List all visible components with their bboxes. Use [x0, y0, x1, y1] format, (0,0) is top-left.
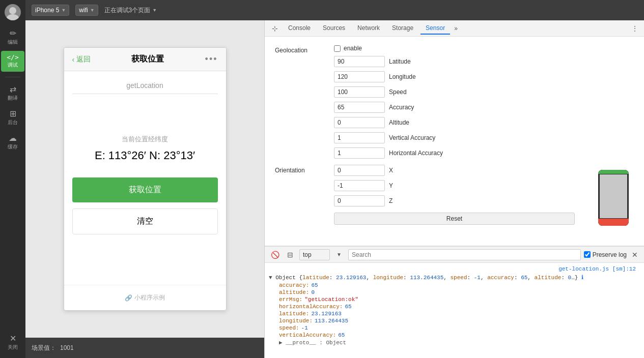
- altitude-input[interactable]: [334, 117, 385, 128]
- enable-checkbox[interactable]: [334, 45, 341, 52]
- sidebar-item-close[interactable]: ✕ 关闭: [1, 332, 24, 354]
- accuracy-input[interactable]: [334, 102, 385, 113]
- debug-status: 正在调试3个页面 ▼: [104, 6, 157, 15]
- top-filter-arrow[interactable]: ▼: [333, 249, 345, 261]
- backend-icon: ⊞: [10, 110, 16, 118]
- status-arrow-icon: ▼: [152, 8, 157, 13]
- more-tabs-icon[interactable]: »: [452, 25, 460, 32]
- phone-content: getLocation 当前位置经纬度 E: 113°26′ N: 23°13′…: [64, 71, 226, 275]
- console-area: 🚫 ⊟ top ▼ Preserve log ✕ get-location.js…: [265, 246, 644, 358]
- get-location-api-label: getLocation: [72, 81, 218, 94]
- link-icon: 🔗: [125, 294, 132, 302]
- phone-more-button[interactable]: •••: [205, 54, 218, 65]
- coords-display: E: 113°26′ N: 23°13′: [72, 149, 218, 162]
- preserve-log-checkbox[interactable]: [584, 251, 591, 258]
- sidebar-item-translate[interactable]: ⇄ 翻译: [1, 82, 24, 105]
- latitude-input[interactable]: [334, 56, 385, 67]
- scene-value: 1001: [60, 344, 74, 351]
- console-clear-icon-button[interactable]: 🚫: [269, 249, 281, 261]
- vertical-accuracy-row: Vertical Accuracy: [334, 132, 634, 143]
- console-field-latitude: latitude: 23.129163: [269, 310, 640, 317]
- content-area: ‹ 返回 获取位置 ••• getLocation 当前位置经纬度 E: 113…: [25, 20, 644, 358]
- tab-storage[interactable]: Storage: [387, 22, 418, 35]
- console-field-horizontalAccuracy: horizontalAccuracy: 65: [269, 303, 640, 310]
- console-content: get-location.js [sm]:12 ▼ Object {latitu…: [265, 263, 644, 358]
- object-preview: Object {latitude: 23.129163, longitude: …: [275, 275, 581, 281]
- phone-container: ‹ 返回 获取位置 ••• getLocation 当前位置经纬度 E: 113…: [25, 20, 264, 338]
- console-close-button[interactable]: ✕: [630, 251, 640, 259]
- phone-frame: ‹ 返回 获取位置 ••• getLocation 当前位置经纬度 E: 113…: [64, 47, 227, 311]
- inspect-icon-button[interactable]: ⊹: [269, 22, 281, 35]
- devtools-settings-icon[interactable]: ⋮: [630, 25, 640, 32]
- console-field-speed: speed: -1: [269, 324, 640, 332]
- sidebar-item-debug[interactable]: </> 调试: [1, 51, 24, 72]
- scene-label: 场景值：: [32, 344, 56, 352]
- svg-point-0: [9, 7, 16, 14]
- geolocation-fields: enable Latitude Longitude Speed: [334, 45, 634, 159]
- tab-console[interactable]: Console: [283, 22, 316, 35]
- object-expand-icon[interactable]: ▼: [269, 275, 272, 281]
- phone-header: ‹ 返回 获取位置 •••: [64, 48, 226, 71]
- sidebar-item-translate-label: 翻译: [8, 95, 18, 102]
- phone-orientation-visual: [593, 165, 634, 231]
- network-arrow-icon: ▼: [90, 8, 95, 13]
- sidebar-item-backend[interactable]: ⊞ 后台: [1, 107, 24, 129]
- svg-point-1: [7, 14, 19, 20]
- horizontal-accuracy-unit: Horizontal Accuracy: [389, 150, 443, 157]
- speed-input[interactable]: [334, 86, 385, 98]
- coords-label: 当前位置经纬度: [72, 135, 218, 144]
- geolocation-section: Geolocation enable Latitude Longitude: [275, 45, 634, 159]
- reset-button[interactable]: Reset: [334, 213, 575, 225]
- tab-sources[interactable]: Sources: [318, 22, 350, 35]
- altitude-unit: Altitude: [389, 119, 409, 126]
- y-input[interactable]: [334, 180, 385, 191]
- console-field-accuracy: accuracy: 65: [269, 282, 640, 289]
- clear-button[interactable]: 清空: [72, 208, 218, 234]
- y-row: Y: [334, 180, 575, 191]
- close-sidebar-icon: ✕: [10, 335, 16, 343]
- console-proto-row[interactable]: ▶ __proto__ : Object: [269, 339, 640, 346]
- x-input[interactable]: [334, 165, 385, 176]
- orientation-label: Orientation: [275, 165, 326, 174]
- file-reference[interactable]: get-location.js [sm]:12: [269, 265, 640, 273]
- mini-program-example-link[interactable]: 🔗 小程序示例: [72, 293, 218, 302]
- proto-value: : Object: [319, 340, 346, 346]
- vertical-accuracy-input[interactable]: [334, 132, 385, 143]
- phone-back-button[interactable]: ‹ 返回: [72, 55, 91, 64]
- latitude-row: Latitude: [334, 56, 634, 67]
- sidebar-item-edit[interactable]: ✏ 编辑: [1, 26, 24, 49]
- z-input[interactable]: [334, 195, 385, 206]
- console-filter-icon-button[interactable]: ⊟: [284, 249, 296, 261]
- speed-unit: Speed: [389, 88, 407, 96]
- cache-icon: ☁: [9, 134, 17, 142]
- phone-3d-model: [598, 170, 629, 226]
- phone-footer: 🔗 小程序示例: [64, 285, 226, 310]
- top-filter-display: top: [299, 249, 330, 260]
- network-select[interactable]: wifi ▼: [75, 5, 98, 16]
- horizontal-accuracy-input[interactable]: [334, 147, 385, 159]
- longitude-input[interactable]: [334, 71, 385, 82]
- tab-network[interactable]: Network: [352, 22, 385, 35]
- tab-sensor[interactable]: Sensor: [421, 22, 450, 35]
- device-select[interactable]: iPhone 5 ▼: [32, 5, 69, 16]
- debug-icon: </>: [7, 54, 18, 61]
- mini-program-label: 小程序示例: [134, 293, 165, 302]
- sidebar: ✏ 编辑 </> 调试 ⇄ 翻译 ⊞ 后台 ☁ 缓存 ✕ 关闭: [0, 0, 25, 358]
- console-fields: accuracy: 65altitude: 0errMsg: "getLocat…: [269, 282, 640, 339]
- sidebar-item-edit-label: 编辑: [8, 39, 18, 46]
- sidebar-item-debug-label: 调试: [8, 62, 18, 69]
- phone-area: ‹ 返回 获取位置 ••• getLocation 当前位置经纬度 E: 113…: [25, 20, 265, 358]
- bottom-bar: 场景值： 1001: [25, 338, 264, 358]
- sidebar-item-cache[interactable]: ☁ 缓存: [1, 131, 24, 154]
- vertical-accuracy-unit: Vertical Accuracy: [389, 134, 435, 141]
- edit-icon: ✏: [10, 29, 16, 38]
- latitude-unit: Latitude: [389, 58, 411, 65]
- get-location-button[interactable]: 获取位置: [72, 177, 218, 202]
- debug-status-label: 正在调试3个页面: [104, 6, 151, 15]
- console-search-input[interactable]: [348, 249, 581, 260]
- chevron-left-icon: ‹: [72, 55, 75, 64]
- y-unit: Y: [389, 182, 393, 189]
- top-filter-label: top: [303, 251, 312, 258]
- z-row: Z: [334, 195, 575, 206]
- phone-3d-top: [598, 170, 629, 174]
